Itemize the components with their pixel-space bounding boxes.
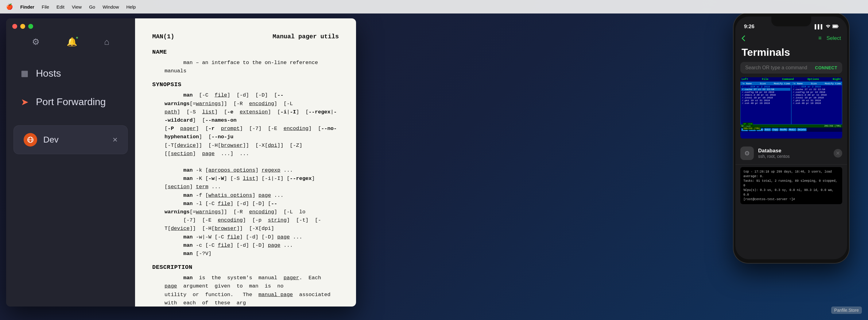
apple-menu-icon[interactable]: 🍎 bbox=[6, 3, 13, 10]
phone-screen: 9:26 ▌▌▌ bbox=[735, 16, 847, 259]
menu-view[interactable]: View bbox=[72, 4, 82, 9]
phone-nav-bar: ≡ Select bbox=[735, 33, 847, 44]
database-item-text: Database ssh, root, centos bbox=[758, 148, 829, 159]
phone-connect-button[interactable]: CONNECT bbox=[815, 65, 837, 70]
notification-badge bbox=[75, 36, 79, 39]
man-synopsis-title: SYNOPSIS bbox=[152, 81, 339, 88]
window-minimize-button[interactable] bbox=[20, 24, 25, 29]
hamburger-menu-icon[interactable]: ≡ bbox=[818, 35, 822, 41]
sidebar-top-icons: ⚙ 🔔 ⌂ bbox=[6, 37, 135, 59]
window-maximize-button[interactable] bbox=[28, 24, 33, 29]
select-button[interactable]: Select bbox=[827, 35, 841, 41]
terminal-line-1: top - 17:26:18 up 299 days, 18:46, 3 use… bbox=[743, 170, 839, 179]
man-section-name: NAME man – an interface to the on-line r… bbox=[152, 49, 339, 75]
sidebar: ⚙ 🔔 ⌂ ▦ Hosts ➤ Port Forwarding bbox=[6, 19, 135, 307]
phone-status-icons: ▌▌▌ bbox=[815, 24, 839, 29]
database-item-subtitle: ssh, root, centos bbox=[758, 154, 829, 159]
terminal-screen: Left File Command Options Right 'n NameS… bbox=[740, 77, 842, 139]
menu-window[interactable]: Window bbox=[102, 4, 119, 9]
man-section-name-title: NAME bbox=[152, 49, 339, 56]
window-close-button[interactable] bbox=[12, 24, 17, 29]
notifications-icon[interactable]: 🔔 bbox=[67, 37, 78, 47]
window-controls bbox=[12, 24, 33, 29]
menu-edit[interactable]: Edit bbox=[57, 4, 64, 9]
man-name-content: man – an interface to the on-line refere… bbox=[152, 59, 339, 75]
terminal-line-3: %Cpu(s): 0.3 us, 0.3 sy, 0.0 ni, 99.3 id… bbox=[743, 188, 839, 197]
settings-icon[interactable]: ⚙ bbox=[32, 37, 40, 47]
database-item-icon: ⚙ bbox=[740, 146, 754, 160]
svg-rect-5 bbox=[833, 26, 837, 28]
man-header-center: Manual pager utils bbox=[273, 33, 339, 40]
man-section-description: DESCRIPTION man is the system's manual p… bbox=[152, 264, 339, 307]
phone-bottom-terminal: top - 17:26:18 up 299 days, 18:46, 3 use… bbox=[740, 167, 842, 204]
man-section-synopsis: SYNOPSIS man [-C file] [-d] [-D] [--warn… bbox=[152, 81, 339, 258]
app-body: ⚙ 🔔 ⌂ ▦ Hosts ➤ Port Forwarding bbox=[6, 19, 356, 307]
menu-file[interactable]: File bbox=[42, 4, 49, 9]
man-description-title: DESCRIPTION bbox=[152, 264, 339, 271]
man-page-header: MAN(1) Manual pager utils bbox=[152, 33, 339, 40]
terminal-line-2: Tasks: 91 total, 2 running, 89 sleeping,… bbox=[743, 179, 839, 188]
phone-search-input[interactable] bbox=[745, 65, 815, 71]
phone-title: Terminals bbox=[735, 44, 847, 62]
port-forwarding-label: Port Forwarding bbox=[36, 96, 106, 108]
connection-icon bbox=[24, 133, 37, 146]
signal-icon: ▌▌▌ bbox=[815, 24, 824, 29]
sidebar-item-port-forwarding[interactable]: ➤ Port Forwarding bbox=[6, 88, 135, 116]
phone-terminal-screenshot: Left File Command Options Right 'n NameS… bbox=[740, 77, 842, 139]
phone-mockup: 9:26 ▌▌▌ bbox=[733, 12, 849, 263]
menu-help[interactable]: Help bbox=[126, 4, 136, 9]
terminal-line-4: [root@centos-test-server ~]# bbox=[743, 197, 839, 202]
hosts-icon: ▦ bbox=[21, 69, 29, 78]
phone-back-button[interactable] bbox=[742, 35, 745, 41]
port-forwarding-icon: ➤ bbox=[21, 97, 29, 107]
man-synopsis-content: man [-C file] [-d] [-D] [--warnings[=war… bbox=[152, 91, 339, 258]
man-description-content: man is the system's manual pager. Each p… bbox=[152, 274, 339, 307]
app-window: ⚙ 🔔 ⌂ ▦ Hosts ➤ Port Forwarding bbox=[6, 19, 356, 307]
phone-bottom-terminal-area: top - 17:26:18 up 299 days, 18:46, 3 use… bbox=[735, 165, 847, 259]
menu-go[interactable]: Go bbox=[89, 4, 95, 9]
menu-bar: 🍎 Finder File Edit View Go Window Help bbox=[0, 0, 868, 13]
wifi-icon bbox=[826, 24, 831, 29]
phone-search-bar: CONNECT bbox=[740, 62, 842, 74]
phone-notch bbox=[771, 16, 811, 26]
phone-nav-right: ≡ Select bbox=[818, 35, 841, 41]
hosts-label: Hosts bbox=[36, 68, 61, 79]
menu-finder[interactable]: Finder bbox=[20, 4, 34, 9]
phone-time: 9:26 bbox=[744, 24, 754, 30]
database-item-name: Database bbox=[758, 148, 829, 154]
man-page-content: MAN(1) Manual pager utils NAME man – an … bbox=[135, 19, 356, 307]
phone-list-item-database[interactable]: ⚙ Database ssh, root, centos × bbox=[735, 142, 847, 165]
sidebar-item-hosts[interactable]: ▦ Hosts bbox=[6, 59, 135, 88]
battery-icon bbox=[832, 24, 839, 29]
watermark: Panfile.Store bbox=[831, 307, 862, 314]
connection-label: Dev bbox=[43, 135, 106, 145]
man-header-left: MAN(1) bbox=[152, 33, 174, 40]
database-item-close-button[interactable]: × bbox=[834, 149, 842, 157]
terminal-home-icon[interactable]: ⌂ bbox=[104, 37, 109, 47]
connection-close-button[interactable]: × bbox=[113, 135, 118, 145]
active-connection-tab[interactable]: Dev × bbox=[13, 126, 128, 154]
svg-rect-4 bbox=[838, 26, 839, 27]
